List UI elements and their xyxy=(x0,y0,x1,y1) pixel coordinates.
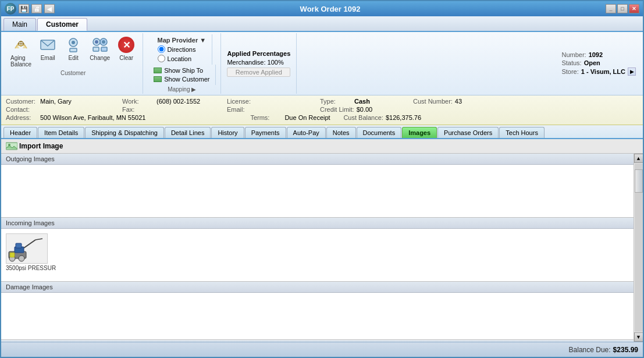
import-toolbar: Import Image xyxy=(1,139,643,154)
scroll-down-button[interactable]: ▼ xyxy=(634,332,643,342)
directions-radio-row: Directions xyxy=(158,45,207,53)
terms-label: Terms: xyxy=(250,114,282,121)
terms-value: Due On Receipt xyxy=(284,114,330,121)
svg-point-17 xyxy=(19,256,24,261)
change-button[interactable]: Change xyxy=(87,34,112,69)
address-label: Address: xyxy=(6,114,38,121)
svg-point-6 xyxy=(72,41,75,44)
damage-images-section: Damage Images xyxy=(1,282,634,340)
incoming-images-section: Incoming Images xyxy=(1,218,634,282)
maximize-button[interactable]: □ xyxy=(617,4,628,13)
toolbar-save-icon[interactable]: 💾 xyxy=(19,4,29,13)
directions-label: Directions xyxy=(168,46,196,53)
tab-item-details[interactable]: Item Details xyxy=(38,127,84,138)
show-ship-to-icon xyxy=(154,68,162,73)
cust-number-field: Cust Number: 43 xyxy=(413,98,506,105)
work-value: (608) 002-1552 xyxy=(156,98,200,105)
scroll-up-button[interactable]: ▲ xyxy=(634,154,643,163)
clear-button[interactable]: ✕ Clear xyxy=(115,34,138,69)
tab-payments[interactable]: Payments xyxy=(245,127,286,138)
scrollbar[interactable]: ▲ ▼ xyxy=(634,154,643,342)
store-row: Store: 1 - Visum, LLC ▶ xyxy=(561,68,636,76)
customer-name-field: Customer: Main, Gary xyxy=(6,98,122,105)
svg-rect-22 xyxy=(10,253,15,257)
credit-limit-field: Credit Limit: $0.00 xyxy=(320,106,413,113)
map-provider-dropdown[interactable]: Map Provider ▼ xyxy=(158,37,207,44)
balance-due-value: $235.99 xyxy=(613,346,638,354)
image-thumb xyxy=(6,233,48,264)
location-label: Location xyxy=(168,55,192,62)
import-image-button[interactable]: Import Image xyxy=(6,141,63,151)
cust-balance-label: Cust Balance: xyxy=(343,114,383,121)
edit-button[interactable]: Edit xyxy=(62,34,85,69)
tab-notes[interactable]: Notes xyxy=(326,127,356,138)
scroll-area: Outgoing Images Incoming Images xyxy=(1,154,643,342)
mapping-expand-icon: ▶ xyxy=(191,86,196,93)
applied-percentages-title: Applied Percentages xyxy=(227,50,290,57)
status-value: Open xyxy=(584,59,600,66)
cust-number-value: 43 xyxy=(455,98,462,105)
minimize-button[interactable]: _ xyxy=(606,4,616,13)
show-customer-label: Show Customer xyxy=(164,76,209,83)
aging-balance-button[interactable]: AgingBalance xyxy=(8,34,34,69)
import-image-icon xyxy=(6,141,17,151)
mapping-section-label: Mapping ▶ xyxy=(168,86,196,93)
image-label: 3500psi PRESSUR xyxy=(6,265,56,271)
svg-point-11 xyxy=(95,40,98,44)
close-button[interactable]: ✕ xyxy=(629,4,639,13)
email-icon xyxy=(38,36,57,54)
edit-label: Edit xyxy=(69,55,79,61)
damage-images-content xyxy=(1,293,634,339)
tab-auto-pay[interactable]: Auto-Pay xyxy=(287,127,326,138)
tab-history[interactable]: History xyxy=(211,127,244,138)
toolbar-print-icon[interactable]: 🖨 xyxy=(31,4,42,13)
location-radio[interactable] xyxy=(158,55,165,62)
credit-limit-label: Credit Limit: xyxy=(320,106,354,113)
number-label: Number: xyxy=(561,51,586,58)
image-item[interactable]: 3500psi PRESSUR xyxy=(6,233,56,271)
merchandise-value: Merchandise: 100% xyxy=(227,59,290,66)
directions-radio[interactable] xyxy=(158,45,165,53)
tab-detail-lines[interactable]: Detail Lines xyxy=(165,127,211,138)
scrollbar-thumb[interactable] xyxy=(635,169,643,193)
status-label: Status: xyxy=(561,59,581,66)
show-section: Show Ship To Show Customer xyxy=(148,65,216,85)
contact-label: Contact: xyxy=(6,106,38,113)
miscellaneous-images-header: Miscellaneous Images xyxy=(1,340,634,342)
store-expand-button[interactable]: ▶ xyxy=(628,68,636,76)
map-provider-arrow: ▼ xyxy=(200,37,206,44)
toolbar-back-icon[interactable]: ◀ xyxy=(44,4,55,13)
tab-header[interactable]: Header xyxy=(3,127,37,138)
email-button[interactable]: Email xyxy=(36,34,59,69)
applied-percentages-section: Applied Percentages Merchandise: 100% Re… xyxy=(221,33,297,94)
email-info-field: Email: xyxy=(227,106,320,113)
cust-balance-value: $126,375.76 xyxy=(386,114,421,121)
svg-rect-10 xyxy=(101,47,107,51)
scroll-content: Outgoing Images Incoming Images xyxy=(1,154,634,342)
tab-purchase-orders[interactable]: Purchase Orders xyxy=(437,127,499,138)
tab-documents[interactable]: Documents xyxy=(357,127,402,138)
balance-due-label: Balance Due: xyxy=(569,346,611,354)
tab-customer[interactable]: Customer xyxy=(37,18,87,31)
scrollbar-track[interactable] xyxy=(635,164,643,332)
type-label: Type: xyxy=(320,98,352,105)
number-value: 1092 xyxy=(589,51,603,58)
show-customer-button[interactable]: Show Customer xyxy=(154,76,209,83)
type-value: Cash xyxy=(354,98,370,105)
aging-balance-label: AgingBalance xyxy=(10,55,31,68)
change-icon xyxy=(91,36,109,54)
email-info-label: Email: xyxy=(227,106,259,113)
license-field: License: xyxy=(227,98,320,105)
tab-shipping-dispatching[interactable]: Shipping & Dispatching xyxy=(85,127,164,138)
customer-toolbar-section: AgingBalance Email xyxy=(3,33,143,94)
tab-tech-hours[interactable]: Tech Hours xyxy=(499,127,545,138)
remove-applied-button[interactable]: Remove Applied xyxy=(227,68,290,77)
tab-images[interactable]: Images xyxy=(402,127,437,138)
status-row: Status: Open xyxy=(561,59,636,66)
show-ship-to-button[interactable]: Show Ship To xyxy=(154,67,209,74)
credit-limit-value: $0.00 xyxy=(357,106,373,113)
customer-row-2: Contact: Fax: Email: Credit Limit: $0.00 xyxy=(6,106,638,113)
customer-row-3: Address: 500 Wilson Ave, Faribault, MN 5… xyxy=(6,114,638,121)
outgoing-images-section: Outgoing Images xyxy=(1,154,634,218)
tab-main[interactable]: Main xyxy=(3,18,36,31)
